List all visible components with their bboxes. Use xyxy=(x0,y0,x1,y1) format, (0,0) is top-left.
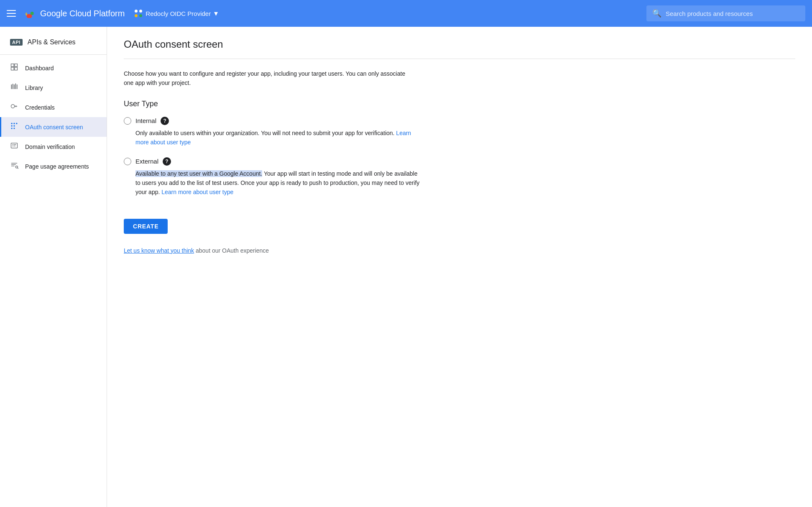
sidebar-label-domain: Domain verification xyxy=(25,143,75,150)
project-dropdown-icon: ▾ xyxy=(214,9,218,18)
sidebar: API APIs & Services Dashboard Libra xyxy=(0,27,107,507)
external-radio[interactable] xyxy=(124,158,131,165)
sidebar-item-dashboard[interactable]: Dashboard xyxy=(0,58,107,78)
library-icon xyxy=(10,82,18,93)
svg-point-0 xyxy=(31,12,34,15)
svg-rect-2 xyxy=(11,84,12,89)
svg-rect-6 xyxy=(17,84,18,89)
feedback-link[interactable]: Let us know what you think xyxy=(124,247,194,254)
external-option: External ? Available to any test user wi… xyxy=(124,157,795,197)
sidebar-label-dashboard: Dashboard xyxy=(25,65,54,72)
svg-point-13 xyxy=(11,128,13,129)
sidebar-item-oauth-consent[interactable]: OAuth consent screen xyxy=(0,117,107,137)
internal-radio[interactable] xyxy=(124,117,131,125)
external-help-icon[interactable]: ? xyxy=(163,157,171,166)
external-learn-more-link[interactable]: Learn more about user type xyxy=(161,189,233,195)
project-name: Redocly OIDC Provider xyxy=(146,10,211,17)
svg-point-8 xyxy=(11,123,13,124)
internal-option: Internal ? Only available to users withi… xyxy=(124,117,795,147)
external-label: External xyxy=(135,158,158,165)
search-icon: 🔍 xyxy=(652,9,661,18)
nav-logo[interactable]: Google Cloud Platform xyxy=(23,7,125,20)
sidebar-label-oauth: OAuth consent screen xyxy=(25,124,83,131)
sidebar-label-credentials: Credentials xyxy=(25,104,55,111)
domain-icon xyxy=(10,141,18,152)
feedback-rest: about our OAuth experience xyxy=(196,247,269,254)
sidebar-item-domain[interactable]: Domain verification xyxy=(0,137,107,156)
svg-rect-5 xyxy=(15,84,16,89)
dashboard-icon xyxy=(10,63,18,73)
svg-point-11 xyxy=(11,125,13,126)
svg-rect-4 xyxy=(14,84,15,89)
external-description: Available to any test user with a Google… xyxy=(135,169,420,197)
svg-point-1 xyxy=(28,9,30,11)
sidebar-item-library[interactable]: Library xyxy=(0,78,107,97)
feedback-section: Let us know what you think about our OAu… xyxy=(124,247,795,254)
main-content: OAuth consent screen Choose how you want… xyxy=(107,27,812,507)
page-usage-icon xyxy=(10,161,18,172)
internal-desc-text: Only available to users within your orga… xyxy=(135,130,394,136)
credentials-icon xyxy=(10,102,18,113)
search-input[interactable] xyxy=(666,10,799,17)
svg-point-7 xyxy=(11,105,15,108)
google-cloud-logo xyxy=(23,7,36,20)
user-type-section-title: User Type xyxy=(124,100,795,108)
search-bar: 🔍 xyxy=(646,5,805,21)
page-title: OAuth consent screen xyxy=(124,38,795,59)
svg-point-14 xyxy=(13,128,15,129)
svg-point-10 xyxy=(16,123,17,124)
sidebar-divider xyxy=(0,54,107,55)
layout: API APIs & Services Dashboard Libra xyxy=(0,27,812,507)
sidebar-label-library: Library xyxy=(25,84,43,91)
svg-rect-3 xyxy=(13,84,13,89)
svg-point-12 xyxy=(13,125,15,126)
nav-title: Google Cloud Platform xyxy=(40,9,125,18)
sidebar-title: APIs & Services xyxy=(28,38,76,46)
api-badge: API xyxy=(10,39,23,46)
page-description: Choose how you want to configure and reg… xyxy=(124,69,416,88)
top-nav: Google Cloud Platform Redocly OIDC Provi… xyxy=(0,0,812,27)
create-button[interactable]: CREATE xyxy=(124,219,168,234)
sidebar-item-credentials[interactable]: Credentials xyxy=(0,97,107,117)
sidebar-header: API APIs & Services xyxy=(0,33,107,54)
internal-description: Only available to users within your orga… xyxy=(135,128,420,147)
svg-point-9 xyxy=(13,123,15,124)
external-desc-highlight: Available to any test user with a Google… xyxy=(135,170,262,177)
sidebar-item-page-usage[interactable]: Page usage agreements xyxy=(0,156,107,176)
internal-help-icon[interactable]: ? xyxy=(161,117,169,125)
project-icon xyxy=(135,10,142,17)
svg-rect-15 xyxy=(11,143,18,148)
project-selector[interactable]: Redocly OIDC Provider ▾ xyxy=(135,9,218,18)
hamburger-menu[interactable] xyxy=(7,10,16,17)
sidebar-label-page-usage: Page usage agreements xyxy=(25,163,89,170)
internal-label: Internal xyxy=(135,117,156,124)
oauth-icon xyxy=(10,122,18,132)
